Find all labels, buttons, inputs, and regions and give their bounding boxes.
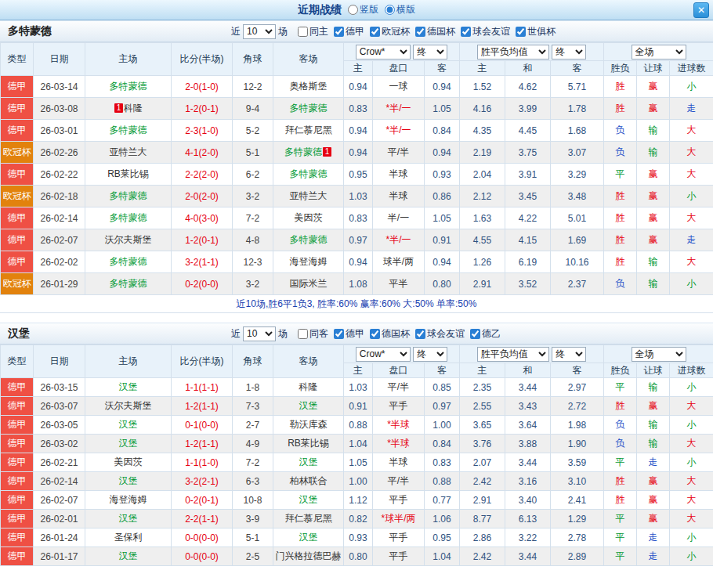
odds-final-select[interactable]: 终 [413,45,447,60]
col-date: 日期 [34,43,85,76]
red-card-badge: 1 [114,103,123,113]
result-cell: 平 [604,164,637,186]
handicap-cell: 半/一 [373,207,425,229]
team-label: 多特蒙德 [110,212,147,223]
handicap-cell: 半球 [373,453,425,472]
radio-input-vertical[interactable] [348,5,358,15]
team-label: 多特蒙德 [290,168,328,179]
col-avg-draw: 和 [505,363,551,378]
section-hamburg: 汉堡 近 10 场 同客德甲德国杯球会友谊德乙 类型 日期 主场 比分(半场) [0,323,713,566]
goals-result-cell: 走 [670,98,713,120]
col-avg-draw: 和 [505,61,551,76]
away-team-cell: 海登海姆 [273,251,344,273]
away-team-cell: 亚特兰大 [273,186,344,207]
date-cell: 26-02-26 [34,142,85,164]
filter-checkbox-input[interactable] [334,27,344,37]
layout-radio-horizontal[interactable]: 横版 [385,3,415,16]
result-cell: 胜 [604,229,637,251]
result-cell: 平 [604,528,637,547]
filter-checkbox-4[interactable]: 德乙 [470,327,501,341]
league-cell: 德甲 [1,76,34,98]
match-count-select[interactable]: 10 [243,24,276,39]
filter-checkbox-input[interactable] [334,329,344,339]
avg-odds-select[interactable]: 胜平负均值 [477,45,549,60]
filter-checkbox-2[interactable]: 德国杯 [370,327,410,341]
avg-away-cell: 1.90 [551,435,604,453]
match-row: 欧冠杯26-01-29多特蒙德0-2(0-0)3-2国际米兰1.08平半0.80… [1,273,713,295]
corner-cell: 7-2 [233,207,273,229]
filter-checkbox-3[interactable]: 球会友谊 [415,327,465,341]
col-away: 客场 [273,43,344,76]
filter-checkbox-input[interactable] [298,329,308,339]
filter-checkbox-0[interactable]: 同主 [298,25,328,38]
result-cell: 胜 [604,76,637,98]
home-team-cell: 汉堡 [85,472,172,491]
away-team-cell: 勒沃库森 [273,416,344,435]
filter-checkbox-input[interactable] [370,27,380,37]
odds-away-cell: 0.94 [425,251,460,273]
team-label: 勒沃库森 [290,419,328,430]
odds-final-select[interactable]: 终 [413,347,447,362]
date-cell: 26-03-15 [34,378,85,397]
scope-select[interactable]: 全场 [632,45,686,60]
filter-checkbox-input[interactable] [370,329,380,339]
layout-radio-vertical[interactable]: 竖版 [348,3,378,16]
filter-checkbox-input[interactable] [298,27,308,37]
filter-checkbox-1[interactable]: 德甲 [334,327,364,341]
avg-draw-cell: 3.64 [505,416,551,435]
filter-checkbox-4[interactable]: 球会友谊 [461,25,510,38]
away-team-cell: 多特蒙德1 [273,142,344,164]
result-cell: 平 [604,510,637,528]
avg-final-select[interactable]: 终 [552,347,586,362]
handicap-cell: 平手 [373,491,425,510]
avg-away-cell: 2.97 [551,378,604,397]
filter-checkbox-label: 同主 [309,25,328,38]
home-team-cell: 沃尔夫斯堡 [85,397,172,416]
scope-header: 全场 [604,43,713,61]
handicap-result-cell: 赢 [637,229,670,251]
team-label: 柏林联合 [290,475,328,486]
odds-company-select[interactable]: Crow* [356,347,411,362]
filter-checkbox-3[interactable]: 德国杯 [415,25,455,38]
filter-checkbox-input[interactable] [415,329,425,339]
filter-checkbox-label: 德国杯 [427,25,455,38]
avg-odds-select[interactable]: 胜平负均值 [477,347,549,362]
corner-cell: 12-2 [233,76,273,98]
home-team-cell: 汉堡 [85,510,172,528]
avg-final-select[interactable]: 终 [552,45,586,60]
filter-checkbox-1[interactable]: 德甲 [334,25,364,38]
close-button[interactable]: ✕ [693,2,709,18]
red-card-badge: 1 [323,147,331,157]
filter-checkbox-2[interactable]: 欧冠杯 [370,25,410,38]
filter-checkbox-5[interactable]: 世俱杯 [516,25,556,38]
handicap-cell: 平手 [373,397,425,416]
scope-select[interactable]: 全场 [632,347,686,362]
filter-bar: 近 10 场 同客德甲德国杯球会友谊德乙 [229,326,503,341]
avg-away-cell: 10.16 [551,251,604,273]
filter-checkbox-input[interactable] [516,27,526,37]
odds-home-cell: 0.83 [344,98,373,120]
matches-table: 类型 日期 主场 比分(半场) 角球 客场 Crow* 终 胜平负均值 终 [0,345,713,566]
avg-home-cell: 4.55 [460,229,505,251]
radio-input-horizontal[interactable] [385,5,395,15]
league-cell: 德甲 [1,397,34,416]
filter-checkbox-0[interactable]: 同客 [298,327,328,341]
team-label: 沃尔夫斯堡 [105,234,152,245]
date-cell: 26-02-21 [34,453,85,472]
avg-away-cell: 3.59 [551,453,604,472]
match-count-select[interactable]: 10 [243,326,276,341]
near-label: 近 [231,25,241,38]
filter-checkbox-input[interactable] [415,27,425,37]
team-label: 海登海姆 [110,494,147,505]
goals-result-cell: 大 [670,472,713,491]
odds-away-cell: 1.00 [425,416,460,435]
filter-checkbox-input[interactable] [461,27,471,37]
odds-home-cell: 1.05 [344,453,373,472]
col-avg-home: 主 [460,61,505,76]
avg-home-cell: 4.35 [460,120,505,142]
col-corner: 角球 [233,345,273,378]
odds-company-select[interactable]: Crow* [356,45,411,60]
filter-checkbox-input[interactable] [470,329,480,339]
score-cell: 0-0(0-0) [172,528,233,547]
avg-draw-cell: 6.13 [505,510,551,528]
